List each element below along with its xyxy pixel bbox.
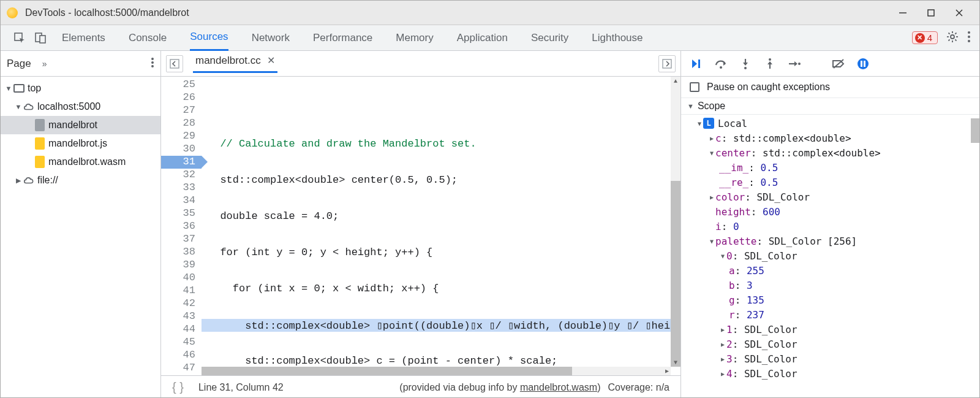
window-titlebar: DevTools - localhost:5000/mandelbrot [1,1,979,25]
scope-var-palette-2[interactable]: ▶2: SDL_Color [681,337,979,351]
code-body: // Calculate and draw the Mandelbrot set… [202,77,680,375]
svg-point-25 [720,66,722,69]
error-count: 4 [927,33,932,43]
svg-rect-1 [928,10,934,16]
tab-performance[interactable]: Performance [313,25,372,51]
minimize-button[interactable] [889,1,917,25]
tab-security[interactable]: Security [531,25,568,51]
tree-item-file-scheme[interactable]: ▶file:// [1,171,160,189]
scope-var-center[interactable]: ▼center: std::complex<double> [681,145,979,160]
scope-var-palette-0-b[interactable]: b: 3 [681,278,979,293]
svg-point-18 [968,40,970,42]
deactivate-breakpoints-button[interactable] [832,57,845,71]
settings-gear-icon[interactable] [946,31,959,45]
step-out-button[interactable] [763,57,777,71]
editor-tab-mandelbrot-cc[interactable]: mandelbrot.cc ✕ [193,55,277,73]
scope-var-palette-0-a[interactable]: a: 255 [681,263,979,278]
toggle-navigator-icon[interactable] [658,55,676,72]
local-badge-icon: L [703,118,714,129]
svg-point-33 [858,58,869,69]
debugger-panel: Pause on caught exceptions ▼Scope ▼LLoca… [680,51,979,398]
svg-point-7 [951,35,954,39]
tree-item-mandelbrot-wasm[interactable]: mandelbrot.wasm [1,153,160,171]
svg-point-19 [151,58,154,60]
scope-var-palette-0[interactable]: ▼0: SDL_Color [681,248,979,263]
svg-point-27 [744,67,747,69]
tab-application[interactable]: Application [457,25,508,51]
tab-memory[interactable]: Memory [396,25,433,51]
tree-item-host[interactable]: ▼localhost:5000 [1,98,160,116]
script-file-icon [35,156,45,168]
debugger-toolbar [681,51,979,77]
scope-tree: ▼LLocal ▶c: std::complex<double> ▼center… [681,115,979,398]
scope-section-header[interactable]: ▼Scope [681,98,979,115]
window-title: DevTools - localhost:5000/mandelbrot [25,7,189,18]
sidebar-more-tabs-icon[interactable]: » [42,59,47,69]
step-button[interactable] [788,57,801,71]
sidebar-tab-page[interactable]: Page [7,58,31,70]
scope-var-palette-4[interactable]: ▶4: SDL_Color [681,366,979,381]
debug-info: (provided via debug info by mandelbrot.w… [399,382,600,393]
editor-statusbar: { } Line 31, Column 42 (provided via deb… [161,375,680,398]
coverage-label: Coverage: n/a [608,382,669,393]
svg-point-29 [769,58,771,61]
svg-rect-23 [663,59,671,68]
svg-point-17 [968,36,970,38]
pause-on-caught-checkbox[interactable]: Pause on caught exceptions [681,77,979,98]
debug-info-link[interactable]: mandelbrot.wasm [520,382,597,392]
tab-elements[interactable]: Elements [62,25,105,51]
scope-var-palette-0-g[interactable]: g: 135 [681,293,979,307]
sources-sidebar: Page » ▼top ▼localhost:5000 mandelbrot m… [1,51,161,398]
scope-var-i[interactable]: i: 0 [681,219,979,234]
tab-console[interactable]: Console [129,25,167,51]
tab-close-icon[interactable]: ✕ [267,55,275,66]
scope-local[interactable]: ▼LLocal [681,116,979,131]
scope-var-c[interactable]: ▶c: std::complex<double> [681,131,979,145]
scope-scrollbar[interactable] [971,118,979,143]
svg-line-15 [955,33,956,34]
cloud-icon [23,102,35,112]
panel-tabs: Elements Console Sources Network Perform… [62,25,643,51]
maximize-button[interactable] [917,1,945,25]
tree-item-mandelbrot-js[interactable]: mandelbrot.js [1,134,160,153]
step-over-button[interactable] [714,57,728,71]
svg-rect-35 [864,61,865,67]
nav-history-icon[interactable] [166,55,183,72]
code-editor[interactable]: 252627282930 31 323334353637383940414243… [161,77,680,375]
tab-network[interactable]: Network [252,25,290,51]
scope-var-palette-3[interactable]: ▶3: SDL_Color [681,351,979,366]
tab-sources[interactable]: Sources [190,25,228,51]
cloud-icon [23,175,35,185]
line-gutter: 252627282930 31 323334353637383940414243… [161,77,202,375]
tree-item-mandelbrot[interactable]: mandelbrot [1,116,160,134]
checkbox-icon [690,82,699,92]
resume-button[interactable] [690,57,703,71]
vertical-scrollbar[interactable]: ▲▼ [671,77,680,367]
svg-rect-34 [861,61,862,67]
step-into-button[interactable] [739,57,752,71]
scope-var-center-im[interactable]: __im_: 0.5 [681,160,979,175]
tree-item-top[interactable]: ▼top [1,79,160,98]
tab-lighthouse[interactable]: Lighthouse [592,25,643,51]
scope-var-center-re[interactable]: __re_: 0.5 [681,175,979,189]
scope-var-palette-0-r[interactable]: r: 237 [681,307,979,322]
error-count-badge[interactable]: ✕ 4 [912,31,938,44]
pretty-print-icon[interactable]: { } [172,380,184,394]
close-button[interactable] [945,1,973,25]
horizontal-scrollbar[interactable]: ◀▶ [202,367,671,375]
svg-rect-6 [40,36,45,43]
pause-on-exceptions-button[interactable] [856,57,870,71]
sidebar-menu-icon[interactable] [151,57,154,70]
error-icon: ✕ [915,33,925,43]
scope-var-color[interactable]: ▶color: SDL_Color [681,189,979,204]
device-toolbar-icon[interactable] [30,25,51,51]
document-icon [35,119,45,131]
svg-point-21 [151,65,154,67]
scope-var-palette-1[interactable]: ▶1: SDL_Color [681,322,979,337]
file-tree: ▼top ▼localhost:5000 mandelbrot mandelbr… [1,77,160,192]
more-menu-icon[interactable] [967,31,971,45]
svg-rect-22 [170,59,179,68]
inspect-element-icon[interactable] [9,25,30,51]
scope-var-palette[interactable]: ▼palette: SDL_Color [256] [681,234,979,248]
scope-var-height[interactable]: height: 600 [681,204,979,219]
